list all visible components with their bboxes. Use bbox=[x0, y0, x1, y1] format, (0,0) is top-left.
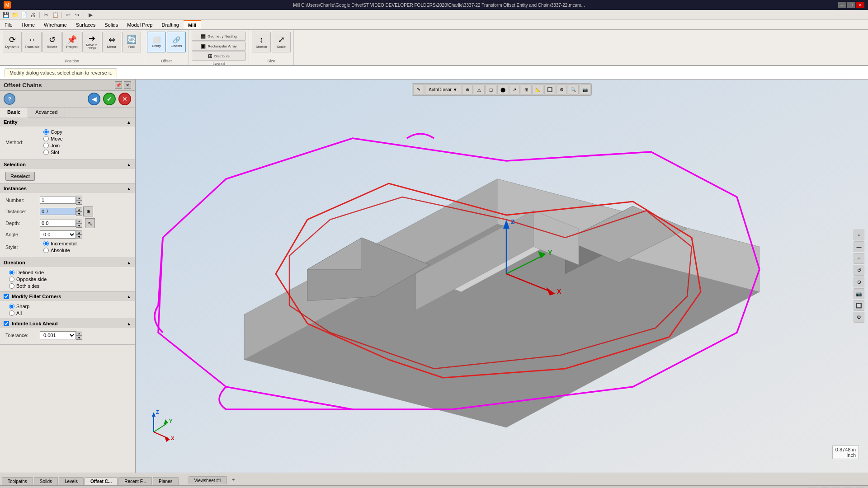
vp-right-btn-7[interactable]: 🔲 bbox=[854, 300, 864, 311]
entity-toggle[interactable]: ▲ bbox=[127, 120, 131, 125]
fillet-toggle[interactable]: ▲ bbox=[127, 294, 131, 299]
btab-recent-f[interactable]: Recent F... bbox=[118, 477, 152, 485]
btab-offset-c[interactable]: Offset C... bbox=[85, 477, 118, 485]
menu-home[interactable]: Home bbox=[17, 20, 39, 29]
btab-add[interactable]: + bbox=[228, 475, 238, 484]
tb-roll[interactable]: 🔄 Roll bbox=[122, 32, 141, 52]
tb-rectangular-array[interactable]: ▣ Rectangular Array bbox=[192, 42, 246, 51]
vp-right-btn-6[interactable]: 📷 bbox=[854, 288, 864, 299]
panel-close-button[interactable]: ✕ bbox=[124, 81, 131, 89]
tb-stretch[interactable]: ↕ Stretch bbox=[252, 32, 271, 52]
direction-both-sides[interactable]: Both sides bbox=[9, 283, 129, 289]
tb-dynamic[interactable]: ⟳ Dynamic bbox=[3, 32, 22, 52]
qb-print[interactable]: 🖨 bbox=[29, 11, 37, 19]
instances-toggle[interactable]: ▲ bbox=[127, 186, 131, 191]
cancel-button[interactable]: ✕ bbox=[118, 93, 131, 105]
btab-planes[interactable]: Planes bbox=[153, 477, 179, 485]
distance-pick-button[interactable]: ⊕ bbox=[83, 206, 93, 216]
tab-advanced[interactable]: Advanced bbox=[28, 108, 65, 117]
qb-copy[interactable]: 📋 bbox=[51, 11, 59, 19]
vp-btn-10[interactable]: 🔍 bbox=[568, 84, 579, 94]
look-ahead-label[interactable]: Infinite Look Ahead bbox=[4, 321, 58, 326]
fillet-sharp[interactable]: Sharp bbox=[9, 304, 129, 309]
qb-save[interactable]: 💾 bbox=[2, 11, 10, 19]
panel-pin-button[interactable]: 📌 bbox=[115, 81, 122, 89]
tb-chains[interactable]: 🔗 Chains bbox=[167, 32, 186, 52]
btab-toolpaths[interactable]: Toolpaths bbox=[2, 477, 33, 485]
depth-cursor[interactable]: ↖ bbox=[85, 218, 95, 228]
look-ahead-checkbox[interactable] bbox=[4, 321, 9, 326]
fillet-all[interactable]: All bbox=[9, 310, 129, 316]
maximize-button[interactable]: □ bbox=[847, 2, 855, 8]
method-copy[interactable]: Copy bbox=[43, 129, 63, 135]
vp-right-btn-8[interactable]: ⚙ bbox=[854, 312, 864, 323]
qb-run[interactable]: ▶ bbox=[86, 11, 94, 19]
selection-section-header[interactable]: Selection ▲ bbox=[0, 160, 135, 169]
selection-toggle[interactable]: ▲ bbox=[127, 162, 131, 167]
direction-toggle[interactable]: ▲ bbox=[127, 260, 131, 265]
style-incremental[interactable]: Incremental bbox=[43, 241, 76, 246]
back-button[interactable]: ◀ bbox=[88, 93, 100, 105]
menu-mill[interactable]: Mill bbox=[184, 20, 201, 29]
vp-right-btn-3[interactable]: ⌂ bbox=[854, 253, 864, 264]
tb-translate[interactable]: ↔ Translate bbox=[23, 32, 42, 52]
vp-btn-3[interactable]: ◻ bbox=[486, 84, 496, 94]
depth-input[interactable] bbox=[40, 220, 76, 227]
menu-drafting[interactable]: Drafting bbox=[157, 20, 184, 29]
qb-redo[interactable]: ↪ bbox=[73, 11, 81, 19]
vp-btn-7[interactable]: 📐 bbox=[533, 84, 543, 94]
btab-levels[interactable]: Levels bbox=[59, 477, 84, 485]
direction-section-header[interactable]: Direction ▲ bbox=[0, 258, 135, 267]
vp-btn-4[interactable]: ⬤ bbox=[497, 84, 508, 94]
vp-btn-autocursor[interactable]: AutoCursor ▼ bbox=[425, 84, 461, 94]
qb-open[interactable]: 📁 bbox=[11, 11, 19, 19]
tb-project[interactable]: 📌 Project bbox=[62, 32, 81, 52]
tb-rotate[interactable]: ↺ Rotate bbox=[42, 32, 61, 52]
vp-right-btn-5[interactable]: ⊙ bbox=[854, 277, 864, 287]
distance-down[interactable]: ▼ bbox=[76, 211, 82, 216]
qb-new[interactable]: 📄 bbox=[20, 11, 28, 19]
tb-scale[interactable]: ⤢ Scale bbox=[272, 32, 291, 52]
btab-solids[interactable]: Solids bbox=[34, 477, 58, 485]
window-controls[interactable]: — □ ✕ bbox=[838, 2, 864, 8]
menu-model-prep[interactable]: Model Prep bbox=[123, 20, 157, 29]
fillet-checkbox-label[interactable]: Modify Fillet Corners bbox=[4, 294, 61, 299]
tb-distribute[interactable]: ⊞ Distribute bbox=[192, 52, 246, 61]
vp-btn-8[interactable]: 🔲 bbox=[544, 84, 555, 94]
btab-viewsheet[interactable]: Viewsheet #1 bbox=[189, 476, 227, 484]
entity-section-header[interactable]: Entity ▲ bbox=[0, 117, 135, 127]
vp-btn-cursor[interactable]: 🖱 bbox=[413, 84, 424, 94]
fillet-checkbox[interactable] bbox=[4, 294, 9, 299]
angle-down[interactable]: ▼ bbox=[76, 235, 82, 239]
tolerance-up[interactable]: ▲ bbox=[76, 331, 82, 335]
fillet-section-header[interactable]: Modify Fillet Corners ▲ bbox=[0, 292, 135, 301]
vp-btn-6[interactable]: ⊞ bbox=[521, 84, 532, 94]
method-slot[interactable]: Slot bbox=[43, 150, 63, 155]
method-move[interactable]: Move bbox=[43, 136, 63, 141]
qb-cut[interactable]: ✂ bbox=[42, 11, 50, 19]
menu-solids[interactable]: Solids bbox=[100, 20, 123, 29]
look-ahead-section-header[interactable]: Infinite Look Ahead ▲ bbox=[0, 319, 135, 328]
info-button[interactable]: ? bbox=[4, 93, 15, 105]
vp-btn-1[interactable]: ⊕ bbox=[462, 84, 473, 94]
look-ahead-toggle[interactable]: ▲ bbox=[127, 321, 131, 326]
vp-right-btn-4[interactable]: ↺ bbox=[854, 265, 864, 276]
angle-up[interactable]: ▲ bbox=[76, 230, 82, 235]
reselect-button[interactable]: Reselect bbox=[5, 172, 35, 181]
close-button[interactable]: ✕ bbox=[856, 2, 864, 8]
menu-file[interactable]: File bbox=[0, 20, 17, 29]
menu-surfaces[interactable]: Surfaces bbox=[71, 20, 100, 29]
method-join[interactable]: Join bbox=[43, 143, 63, 148]
tolerance-select[interactable]: 0.001 bbox=[40, 331, 76, 339]
minimize-button[interactable]: — bbox=[838, 2, 846, 8]
instances-section-header[interactable]: Instances ▲ bbox=[0, 184, 135, 193]
direction-opposite-side[interactable]: Opposite side bbox=[9, 277, 129, 282]
ok-button[interactable]: ✔ bbox=[103, 93, 116, 105]
tb-entity[interactable]: ⬜ Entity bbox=[147, 32, 166, 52]
menu-wireframe[interactable]: Wireframe bbox=[39, 20, 71, 29]
number-up[interactable]: ▲ bbox=[76, 196, 82, 200]
tolerance-down[interactable]: ▼ bbox=[76, 335, 82, 340]
vp-btn-5[interactable]: ↗ bbox=[509, 84, 520, 94]
tb-geometry-nesting[interactable]: ▦ Geometry Nesting bbox=[192, 32, 246, 41]
vp-btn-2[interactable]: △ bbox=[474, 84, 485, 94]
